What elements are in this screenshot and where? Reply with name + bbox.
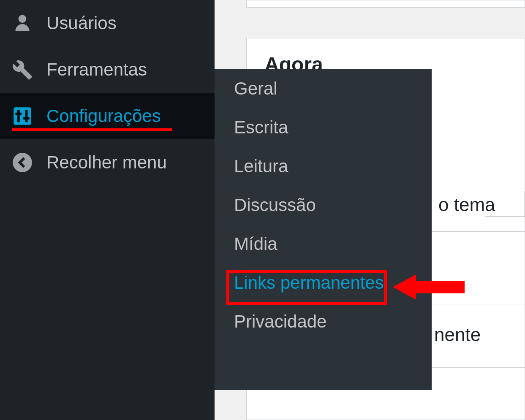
svg-rect-2 [17, 110, 20, 122]
submenu-item-media[interactable]: Mídia [215, 225, 432, 263]
submenu-item-reading[interactable]: Leitura [215, 147, 432, 186]
submenu-item-general[interactable]: Geral [215, 69, 432, 108]
submenu-item-label: Links permanentes [234, 273, 384, 293]
sidebar-item-tools[interactable]: Ferramentas [0, 46, 215, 93]
svg-rect-3 [25, 110, 27, 122]
users-icon [12, 13, 33, 34]
annotation-underline [12, 128, 172, 131]
submenu-item-label: Discussão [234, 195, 316, 215]
submenu-item-discussion[interactable]: Discussão [215, 186, 432, 225]
partial-text: o tema [438, 194, 495, 215]
svg-rect-1 [14, 107, 31, 125]
sidebar-item-label: Ferramentas [46, 60, 147, 80]
content-panel-top [246, 0, 525, 8]
sidebar-item-settings[interactable]: Configurações [0, 93, 215, 139]
partial-text: nente [434, 324, 481, 345]
sidebar-item-label: Configurações [46, 106, 161, 126]
admin-sidebar: Usuários Ferramentas Configurações [0, 0, 215, 420]
sliders-icon [12, 106, 33, 127]
submenu-item-permalinks[interactable]: Links permanentes [215, 263, 432, 302]
submenu-item-writing[interactable]: Escrita [215, 108, 432, 147]
submenu-item-label: Geral [234, 79, 277, 98]
svg-point-0 [19, 15, 27, 23]
svg-rect-4 [15, 113, 22, 115]
collapse-icon [12, 152, 33, 173]
sidebar-item-users[interactable]: Usuários [0, 0, 215, 46]
sidebar-item-collapse[interactable]: Recolher menu [0, 139, 215, 186]
submenu-item-label: Escrita [234, 117, 288, 137]
wrench-icon [12, 59, 33, 80]
svg-point-6 [13, 153, 32, 172]
sidebar-item-label: Recolher menu [46, 152, 167, 173]
submenu-item-label: Privacidade [234, 312, 326, 331]
submenu-item-label: Mídia [234, 234, 277, 254]
sidebar-item-label: Usuários [46, 13, 117, 33]
submenu-item-privacy[interactable]: Privacidade [215, 302, 432, 341]
submenu-item-label: Leitura [234, 156, 288, 176]
settings-submenu: Geral Escrita Leitura Discussão Mídia Li… [215, 69, 432, 390]
svg-rect-5 [23, 117, 30, 119]
